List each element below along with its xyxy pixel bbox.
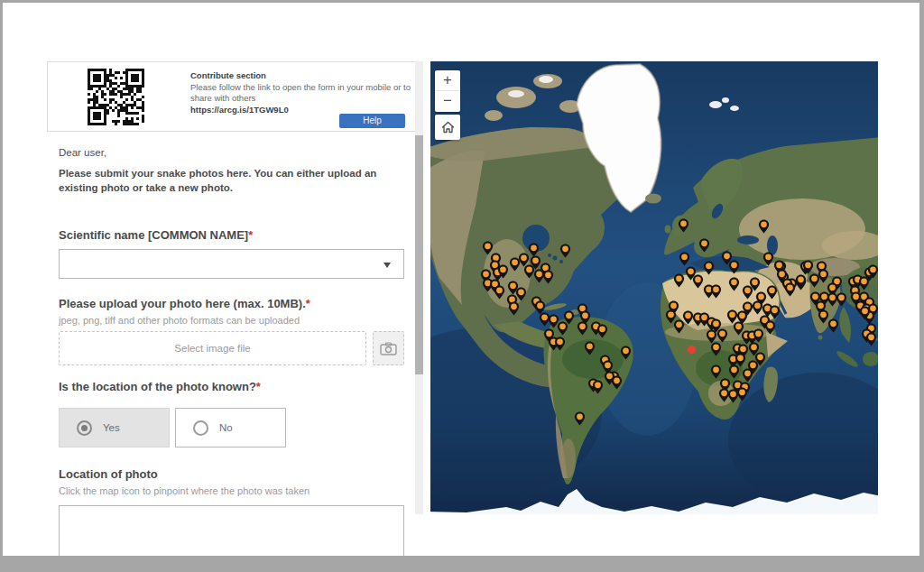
map-pin[interactable] bbox=[827, 318, 839, 333]
map-pin[interactable] bbox=[795, 274, 807, 289]
required-asterisk: * bbox=[248, 228, 253, 242]
screenshot-frame: Contribute section Please follow the lin… bbox=[0, 0, 924, 572]
contribute-heading: Contribute section bbox=[190, 70, 416, 81]
scientific-name-label: Scientific name [COMMON NAME]* bbox=[59, 228, 253, 242]
form-scrollbar[interactable] bbox=[415, 61, 423, 514]
required-asterisk: * bbox=[256, 380, 261, 393]
map-pin[interactable] bbox=[753, 328, 764, 343]
home-icon bbox=[441, 121, 455, 134]
map-pin[interactable] bbox=[679, 252, 690, 266]
location-known-label: Is the location of the photo known?* bbox=[59, 380, 261, 393]
map-pin[interactable] bbox=[698, 238, 710, 253]
contribute-section: Contribute section Please follow the lin… bbox=[47, 61, 420, 132]
help-button[interactable]: Help bbox=[339, 114, 405, 128]
map-pin[interactable] bbox=[865, 332, 877, 346]
take-photo-button[interactable] bbox=[373, 331, 404, 365]
map-pin[interactable] bbox=[574, 411, 586, 426]
selected-location-dot[interactable] bbox=[688, 346, 696, 354]
select-image-button[interactable]: Select image file bbox=[59, 331, 366, 365]
world-map[interactable]: + − bbox=[430, 61, 878, 514]
map-pin[interactable] bbox=[584, 341, 596, 355]
map-pin[interactable] bbox=[758, 219, 770, 234]
map-pin[interactable] bbox=[673, 319, 685, 334]
camera-icon bbox=[380, 342, 397, 355]
map-pin[interactable] bbox=[494, 285, 505, 300]
map-pin[interactable] bbox=[596, 324, 608, 338]
map-pin[interactable] bbox=[563, 310, 575, 325]
map-pin[interactable] bbox=[678, 218, 689, 233]
map-pin[interactable] bbox=[728, 364, 740, 379]
upload-hint: jpeg, png, tiff and other photo formats … bbox=[59, 315, 300, 326]
map-pin[interactable] bbox=[620, 346, 632, 360]
home-button[interactable] bbox=[435, 115, 460, 140]
location-of-photo-label: Location of photo bbox=[59, 467, 158, 481]
option-yes-label: Yes bbox=[103, 422, 120, 433]
map-pin[interactable] bbox=[764, 320, 776, 335]
option-no[interactable]: No bbox=[175, 408, 286, 447]
contribute-text: Contribute section Please follow the lin… bbox=[190, 70, 416, 115]
map-pin[interactable] bbox=[554, 337, 566, 351]
map-pin[interactable] bbox=[673, 273, 685, 288]
map-pin[interactable] bbox=[867, 264, 878, 279]
intro-text: Please submit your snake photos here. Yo… bbox=[59, 167, 418, 195]
greeting-text: Dear user, bbox=[59, 147, 106, 158]
map-pin[interactable] bbox=[604, 371, 615, 385]
map-pin[interactable] bbox=[736, 387, 748, 401]
map-pin[interactable] bbox=[559, 244, 571, 258]
map-pin[interactable] bbox=[716, 328, 728, 343]
location-map-widget[interactable] bbox=[59, 505, 404, 556]
chevron-down-icon bbox=[383, 263, 391, 268]
map-pin[interactable] bbox=[497, 264, 509, 279]
map-zoom-control: + − bbox=[435, 70, 460, 112]
required-asterisk: * bbox=[306, 297, 310, 310]
map-pin[interactable] bbox=[542, 270, 554, 284]
map-pin[interactable] bbox=[508, 301, 520, 316]
zoom-in-button[interactable]: + bbox=[435, 70, 460, 91]
location-of-photo-hint: Click the map icon to pinpoint where the… bbox=[59, 485, 310, 496]
radio-selected-icon bbox=[77, 420, 92, 436]
map-pin[interactable] bbox=[859, 306, 871, 320]
survey-page: Contribute section Please follow the lin… bbox=[3, 3, 919, 556]
radio-unselected-icon bbox=[193, 420, 208, 436]
map-pin[interactable] bbox=[728, 260, 740, 274]
map-pin[interactable] bbox=[710, 284, 722, 299]
map-pin[interactable] bbox=[703, 261, 715, 275]
zoom-out-button[interactable]: − bbox=[435, 91, 460, 112]
map-pin[interactable] bbox=[802, 260, 814, 274]
map-pin[interactable] bbox=[710, 342, 722, 356]
map-pin[interactable] bbox=[710, 364, 722, 379]
option-no-label: No bbox=[219, 422, 233, 433]
option-yes[interactable]: Yes bbox=[59, 408, 170, 447]
map-pin[interactable] bbox=[766, 285, 778, 300]
contribute-body: Please follow the link to open the form … bbox=[190, 82, 416, 104]
qr-code-icon bbox=[88, 69, 144, 125]
map-pin[interactable] bbox=[728, 277, 740, 291]
map-pin[interactable] bbox=[818, 269, 829, 283]
map-pin[interactable] bbox=[592, 380, 604, 394]
map-pin[interactable] bbox=[742, 285, 753, 300]
map-pin[interactable] bbox=[836, 292, 847, 307]
upload-label: Please upload your photo here (max. 10MB… bbox=[59, 297, 310, 310]
scientific-name-dropdown[interactable] bbox=[59, 249, 404, 279]
map-pin[interactable] bbox=[577, 321, 588, 336]
